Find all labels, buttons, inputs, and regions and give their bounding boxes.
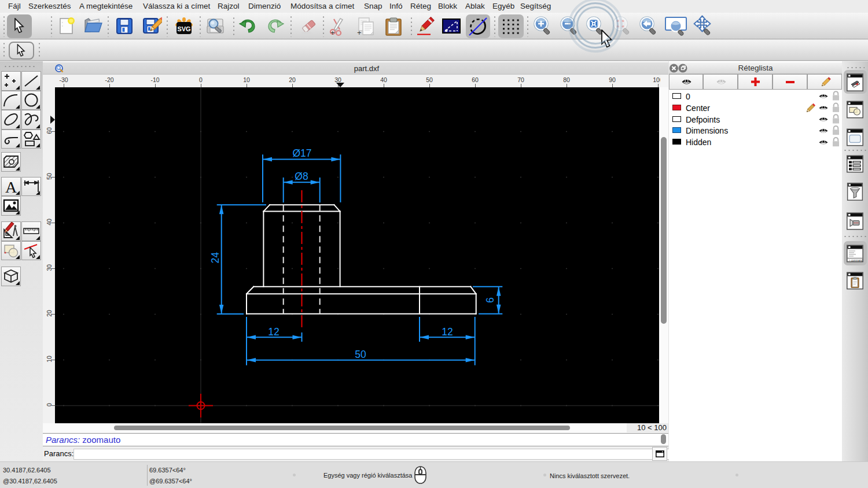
svg-text:12: 12 [442, 326, 453, 338]
svg-text:+: + [357, 28, 362, 36]
svg-text:Ø17: Ø17 [292, 147, 311, 159]
svg-text:+: + [330, 28, 335, 36]
svg-text:SVG: SVG [177, 25, 190, 32]
svg-text:6: 6 [484, 297, 496, 303]
svg-text:50: 50 [355, 349, 366, 360]
svg-text:24: 24 [209, 252, 221, 264]
svg-text:> command: > command [849, 259, 863, 262]
svg-text:Ø8: Ø8 [295, 171, 308, 182]
svg-text:12: 12 [268, 326, 279, 338]
